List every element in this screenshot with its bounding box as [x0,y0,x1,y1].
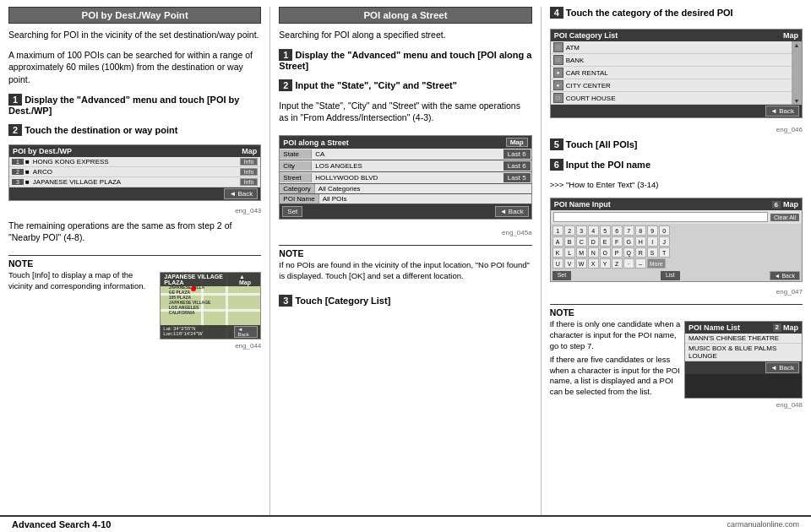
key-5[interactable]: 5 [600,225,611,236]
key-m[interactable]: M [576,247,587,258]
key-z[interactable]: Z [612,258,623,269]
kbd-list-btn[interactable]: List [661,271,680,280]
key-g[interactable]: G [623,236,634,247]
cat-row-bank[interactable]: □ BANK [551,54,792,67]
street-set-btn[interactable]: Set [282,206,302,217]
cat-label-citycenter: CITY CENTER [566,82,789,90]
right-step6-label: 6 [550,159,563,171]
namelist-caption: eng_048 [550,401,803,409]
mid-step1: 1Display the "Advanced" menu and touch [… [279,49,531,71]
scrollbar-up[interactable]: ▲ [794,42,800,48]
kbd-input-box[interactable] [553,212,768,222]
cat-row-courthouse[interactable]: □ COURT HOUSE [551,92,792,105]
poi-row1-info[interactable]: Info [240,168,259,176]
key-s[interactable]: S [647,247,658,258]
key-n[interactable]: N [588,247,599,258]
cat-map-btn[interactable]: Map [783,31,798,40]
cat-row-atm[interactable]: □ ATM [551,41,792,54]
key-r[interactable]: R [635,247,646,258]
left-note: NOTE Touch [Info] to display a map of th… [8,255,261,350]
map-title-label: JAPANESE VILLAGE PLAZA [164,274,239,285]
key-v[interactable]: V [564,258,575,269]
key-y[interactable]: Y [600,258,611,269]
key-j[interactable]: J [659,236,670,247]
mid-note-text: If no POIs are found in the vicinity of … [279,260,531,282]
scrollbar-down[interactable]: ▼ [794,98,800,104]
kbd-map-btn[interactable]: Map [783,200,798,209]
cat-list: □ ATM □ BANK ● CAR RENTAL ● [551,41,792,105]
state-action[interactable]: Last 6 [503,149,531,159]
device1-caption: eng_043 [8,207,261,214]
key-8[interactable]: 8 [635,225,646,236]
key-more[interactable]: More [647,258,666,269]
key-k[interactable]: K [552,247,563,258]
poi-row1-name: ARCO [33,168,238,176]
poi-row2-info[interactable]: Info [240,178,259,186]
category-label: Category [280,184,314,193]
key-f[interactable]: F [612,236,623,247]
key-c[interactable]: C [576,236,587,247]
poi-street-map-btn[interactable]: Map [506,138,528,147]
key-7[interactable]: 7 [623,225,634,236]
street-action[interactable]: Last 5 [503,173,531,182]
key-dot[interactable]: · [623,258,634,269]
kbd-clear-btn[interactable]: Clear All [770,214,799,221]
poi-row1-num: 2 [12,169,24,175]
kbd-device: POI Name Input 6 Map Clear All 1 2 3 4 [550,198,803,282]
poi-dest-map-btn[interactable]: Map [242,147,257,155]
namelist-row-0[interactable]: MANN'S CHINESE THEATRE [685,334,802,344]
mid-step1-text: Display the "Advanced" menu and touch [P… [279,50,531,71]
cat-back-btn[interactable]: ◄ Back [765,106,799,117]
poi-dest-back-btn[interactable]: ◄ Back [224,188,258,199]
right-step5-text: Touch [All POIs] [566,139,638,149]
key-u[interactable]: U [552,258,563,269]
cat-row-citycenter[interactable]: ● CITY CENTER [551,79,792,92]
key-o[interactable]: O [600,247,611,258]
key-6[interactable]: 6 [612,225,623,236]
key-x[interactable]: X [588,258,599,269]
cat-icon-citycenter: ● [553,80,563,90]
cat-icon-courthouse: □ [553,93,563,103]
cat-title: POI Category List [554,31,618,40]
mid-step3: 3Touch [Category List] [279,295,531,307]
city-action[interactable]: Last 6 [503,161,531,171]
kbd-grid: 1 2 3 4 5 6 7 8 9 0 A B C [551,224,802,270]
poi-dest-footer: ◄ Back [9,187,260,200]
poi-row2-icon: ■ [25,178,30,186]
poi-row0-info[interactable]: Info [240,158,259,166]
key-d[interactable]: D [588,236,599,247]
right-column: 4Touch the category of the desired POI P… [550,7,803,515]
left-note-text: Touch [Info] to display a map of the vic… [8,270,156,292]
kbd-back-btn[interactable]: ◄ Back [770,271,800,280]
key-2[interactable]: 2 [564,225,575,236]
map-coords: Lat: 34°3'55"N Lon:118°14'24"W [163,326,232,338]
map-back-btn[interactable]: ◄ Back [234,326,258,338]
key-4[interactable]: 4 [588,225,599,236]
key-t[interactable]: T [659,247,670,258]
street-back-btn[interactable]: ◄ Back [495,206,529,217]
key-w[interactable]: W [576,258,587,269]
key-i[interactable]: I [647,236,658,247]
key-0[interactable]: 0 [659,225,670,236]
kbd-set-btn[interactable]: Set [552,271,572,280]
key-e[interactable]: E [600,236,611,247]
namelist-map-btn[interactable]: Map [783,323,798,332]
namelist-back-btn[interactable]: ◄ Back [765,362,799,373]
key-1[interactable]: 1 [552,225,563,236]
right-step4-label: 4 [550,7,563,19]
namelist-row-1[interactable]: MUSIC BOX & BLUE PALMS LOUNGE [685,344,802,361]
map-inner: JAPANESE VILLAGE PLAZA ▲ Map Lat: 34°3'5… [161,273,260,339]
key-l[interactable]: L [564,247,575,258]
key-q[interactable]: Q [623,247,634,258]
footer-right: carmanualonline.com [727,520,799,529]
cat-scrollbar: ▲ ▼ [792,41,802,105]
key-9[interactable]: 9 [647,225,658,236]
key-b[interactable]: B [564,236,575,247]
key-p[interactable]: P [612,247,623,258]
cat-row-carrental[interactable]: ● CAR RENTAL [551,67,792,79]
key-h[interactable]: H [635,236,646,247]
cat-up-arrow[interactable]: ▲ [776,33,781,39]
key-dash[interactable]: – [635,258,646,269]
key-3[interactable]: 3 [576,225,587,236]
key-a[interactable]: A [552,236,563,247]
